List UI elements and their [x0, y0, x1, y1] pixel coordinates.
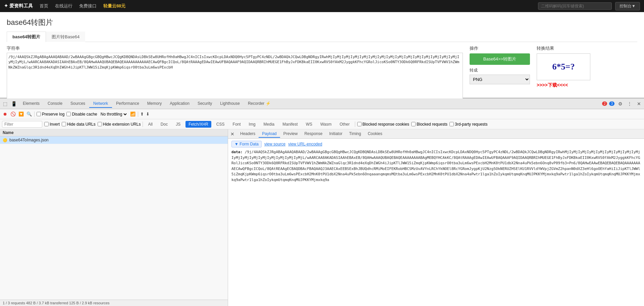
- preserve-log-text: Preserve log: [42, 112, 64, 117]
- hide-ext-urls-text: Hide extension URLs: [103, 122, 141, 127]
- detail-tab-response[interactable]: Response: [301, 130, 326, 138]
- import-icon[interactable]: ⬆: [140, 112, 144, 117]
- disable-cache-checkbox[interactable]: [66, 112, 71, 116]
- detail-tab-preview[interactable]: Preview: [280, 130, 301, 138]
- third-party-checkbox[interactable]: [449, 122, 454, 126]
- error-badge: 2: [602, 101, 607, 106]
- page-tabs: base64转图片 图片转Base64: [7, 32, 637, 42]
- detail-tab-cookies[interactable]: Cookies: [364, 130, 385, 138]
- tab-recorder[interactable]: Recorder ⚡: [244, 100, 275, 108]
- tab-console[interactable]: Console: [44, 100, 66, 108]
- blocked-requests-checkbox[interactable]: [411, 122, 416, 126]
- tab-lighthouse[interactable]: Lighthouse: [216, 100, 244, 108]
- hide-data-urls-label: Hide data URLs: [62, 122, 96, 127]
- format-select[interactable]: PNG JPG GIF BMP: [470, 75, 530, 84]
- tab-performance[interactable]: Performance: [112, 100, 143, 108]
- result-label: 转换结果: [537, 45, 637, 51]
- form-data-toggle-btn[interactable]: ▼ Form Data: [231, 141, 262, 147]
- hide-data-urls-text: Hide data URLs: [67, 122, 96, 127]
- result-image-box: 6*5=?: [537, 53, 590, 80]
- throttle-select[interactable]: No throttling: [99, 112, 128, 117]
- download-link[interactable]: >>>>下载<<<<: [537, 82, 637, 88]
- type-wasm[interactable]: Wasm: [317, 121, 335, 128]
- settings-icon[interactable]: ⚙: [616, 100, 624, 107]
- tab-img-to-base64[interactable]: 图片转Base64: [46, 32, 85, 42]
- type-css[interactable]: CSS: [213, 121, 228, 128]
- detail-close-btn[interactable]: ✕: [229, 131, 235, 137]
- preserve-log-label: Preserve log: [37, 112, 64, 117]
- blocked-cookies-checkbox[interactable]: [357, 122, 362, 126]
- tab-security[interactable]: Security: [194, 100, 216, 108]
- close-devtools-icon[interactable]: ✕: [635, 100, 643, 107]
- left-section: 字符串 /9j/4AAQSkZJRgABAgAAAQABAAD/2wBAAAgG…: [7, 45, 463, 101]
- view-encoded-link[interactable]: view URL-encoded: [288, 142, 322, 146]
- nav-cloud[interactable]: 轻量云88元: [103, 3, 125, 9]
- blocked-cookies-label: Blocked response cookies: [357, 122, 409, 127]
- table-row[interactable]: 🟡 base64ToImages.json: [0, 136, 228, 144]
- req-status-footer: 1 / 3 requests 482 B / 3.7 kB transferre…: [0, 300, 228, 306]
- inspect-icon[interactable]: ⬚: [1, 100, 9, 107]
- type-js[interactable]: JS: [173, 121, 183, 128]
- clear-btn[interactable]: 🚫: [10, 111, 16, 117]
- filter-icon-btn[interactable]: 🔽: [18, 111, 24, 117]
- toolbar-separator-1: [34, 112, 35, 117]
- type-media[interactable]: Media: [261, 121, 278, 128]
- nav-home[interactable]: 首页: [40, 3, 48, 9]
- devtools-panel: ⬚ 📱 Elements Console Sources Network Per…: [0, 98, 644, 306]
- device-icon[interactable]: 📱: [10, 100, 17, 107]
- record-btn[interactable]: ⏺: [2, 111, 8, 117]
- invert-checkbox[interactable]: [44, 122, 49, 126]
- req-list-body: 🟡 base64ToImages.json: [0, 136, 228, 300]
- detail-tab-payload[interactable]: Payload: [259, 130, 280, 138]
- tab-application[interactable]: Application: [166, 100, 194, 108]
- type-doc[interactable]: Doc: [158, 121, 171, 128]
- tab-memory[interactable]: Memory: [143, 100, 166, 108]
- nav-free-api[interactable]: 免费接口: [79, 3, 97, 9]
- invert-text: Invert: [50, 122, 60, 127]
- disable-cache-label: Disable cache: [66, 112, 97, 117]
- tab-elements[interactable]: Elements: [19, 100, 44, 108]
- more-options-icon[interactable]: ⋮: [626, 100, 633, 107]
- search-btn[interactable]: 🔍: [26, 111, 32, 117]
- payload-data-value: /9j/4AAQSkZJRgABAgAAAQABAAD/2wBAAAgGBgcG…: [231, 150, 640, 182]
- type-img[interactable]: Img: [246, 121, 259, 128]
- filter-input[interactable]: [2, 121, 42, 128]
- devtools-icons: ⬚ 📱: [1, 100, 17, 107]
- qr-search-input[interactable]: [538, 2, 612, 10]
- blocked-cookies-text: Blocked response cookies: [363, 122, 409, 127]
- hide-data-urls-checkbox[interactable]: [62, 122, 66, 126]
- export-icon[interactable]: ⬇: [146, 112, 150, 117]
- third-party-text: 3rd-party requests: [455, 122, 487, 127]
- tab-network[interactable]: Network: [89, 100, 112, 108]
- request-list-panel: Name 🟡 base64ToImages.json 1 / 3 request…: [0, 129, 228, 306]
- type-manifest[interactable]: Manifest: [279, 121, 301, 128]
- type-fetch-xhr[interactable]: Fetch/XHR: [185, 121, 211, 128]
- brand-logo[interactable]: ✦ 爱资料工具: [4, 3, 33, 9]
- request-detail-panel: ✕ Headers Payload Preview Response Initi…: [228, 129, 644, 306]
- middle-section: 操作 Base64>>转图片 转成 PNG JPG GIF BMP: [470, 45, 530, 101]
- view-source-link[interactable]: view source: [264, 142, 285, 146]
- toolbar-separator-2: [138, 112, 138, 117]
- type-font[interactable]: Font: [230, 121, 244, 128]
- convert-button[interactable]: Base64>>转图片: [470, 53, 530, 65]
- control-btn[interactable]: 控制台▼: [615, 2, 640, 10]
- wifi-icon[interactable]: 📶: [130, 111, 136, 117]
- type-all[interactable]: All: [145, 121, 155, 128]
- detail-tab-headers[interactable]: Headers: [237, 130, 259, 138]
- devtools-right-controls: 2 3 ⚙ ⋮ ✕: [602, 100, 643, 107]
- req-type-icon: 🟡: [3, 138, 7, 142]
- detail-tab-initiator[interactable]: Initiator: [326, 130, 345, 138]
- tab-sources[interactable]: Sources: [66, 100, 89, 108]
- tab-base64-to-img[interactable]: base64转图片: [7, 32, 46, 42]
- nav-online-run[interactable]: 在线运行: [55, 3, 72, 9]
- base64-input[interactable]: /9j/4AAQSkZJRgABAgAAAQABAAD/2wBAAAgGBgcG…: [7, 53, 463, 100]
- main-area: 字符串 /9j/4AAQSkZJRgABAgAAAQABAAD/2wBAAAgG…: [7, 45, 637, 103]
- type-ws[interactable]: WS: [303, 121, 315, 128]
- network-toolbar: ⏺ 🚫 🔽 🔍 Preserve log Disable cache No th…: [0, 109, 644, 119]
- preserve-log-checkbox[interactable]: [37, 112, 41, 116]
- detail-tab-timing[interactable]: Timing: [346, 130, 365, 138]
- convert-label: 转成: [470, 68, 530, 73]
- type-other[interactable]: Other: [337, 121, 353, 128]
- hide-ext-urls-checkbox[interactable]: [98, 122, 102, 126]
- right-section: 转换结果 6*5=? >>>>下载<<<<: [537, 45, 637, 101]
